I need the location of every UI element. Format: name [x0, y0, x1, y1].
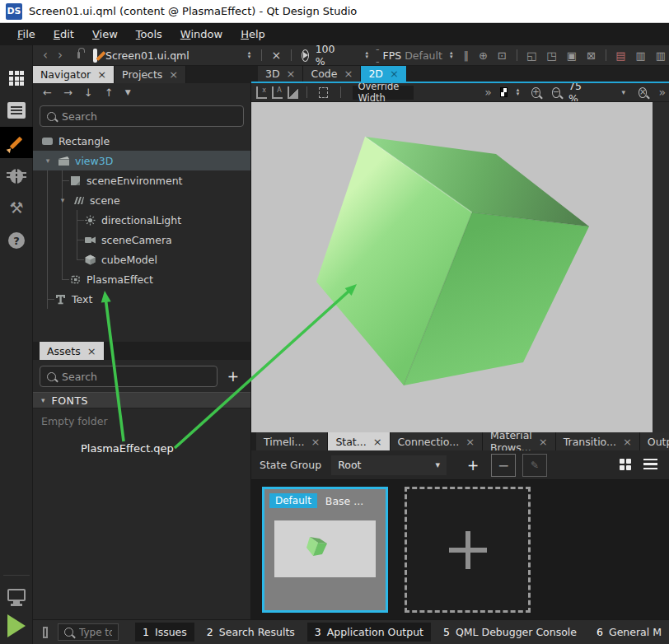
tab-connections[interactable]: Connectio... ×	[391, 432, 483, 450]
canvas-zoom-label[interactable]: 75 %	[568, 83, 587, 102]
navigator-search-input[interactable]	[62, 110, 236, 123]
assets-search[interactable]	[40, 366, 218, 387]
default-state-badge[interactable]: Default	[269, 493, 317, 508]
tab-3d[interactable]: 3D ×	[258, 66, 303, 82]
close-icon[interactable]: ×	[344, 68, 353, 80]
menu-window[interactable]: Window	[171, 25, 232, 44]
list-view-icon[interactable]	[643, 459, 657, 471]
bounding-rect-icon[interactable]: ▣	[564, 49, 580, 62]
transform-tool-icon[interactable]: ⊕	[475, 49, 491, 62]
expander-icon[interactable]: ▾	[43, 156, 53, 165]
pane-search-results[interactable]: 2 Search Results	[199, 623, 302, 642]
tree-item-sceneenvironment[interactable]: sceneEnvironment	[33, 170, 250, 190]
extract-component-icon[interactable]: ◳	[543, 49, 559, 62]
add-state-tile[interactable]	[405, 487, 531, 613]
lock-icon[interactable]	[77, 52, 80, 58]
no-snapping-icon[interactable]: x	[256, 86, 267, 99]
debug-mode-button[interactable]	[0, 162, 33, 190]
close-icon[interactable]: ×	[97, 68, 106, 81]
home-grid-icon[interactable]	[0, 64, 33, 92]
tab-output[interactable]: Outp... ×	[640, 432, 669, 450]
canvas-spinner[interactable]: ▴▾	[512, 88, 524, 96]
zoom-spinner[interactable]: ▴▾	[362, 51, 373, 59]
help-button[interactable]: ?	[0, 226, 33, 254]
menu-file[interactable]: File	[8, 25, 44, 44]
close-icon[interactable]: ×	[169, 68, 178, 81]
close-icon[interactable]: ×	[287, 68, 296, 80]
create-component-icon[interactable]: ◱	[523, 49, 540, 62]
close-icon[interactable]: ×	[465, 436, 475, 448]
tab-2d[interactable]: 2D ×	[361, 66, 406, 82]
background-checker-icon[interactable]	[500, 87, 508, 97]
tab-assets[interactable]: Assets ×	[40, 342, 105, 360]
close-icon[interactable]: ×	[539, 436, 548, 448]
history-back-button[interactable]: ‹	[40, 48, 51, 63]
tree-item-scene[interactable]: ▾ scene	[33, 190, 250, 210]
close-icon[interactable]: ×	[373, 436, 382, 448]
close-icon[interactable]: ×	[623, 436, 632, 448]
stack-list-icon[interactable]: ▥	[632, 49, 648, 62]
expander-icon[interactable]: ▾	[58, 196, 68, 204]
overflow-chevron-2[interactable]: »	[655, 86, 669, 99]
navigator-search[interactable]	[40, 105, 244, 127]
tab-navigator[interactable]: Navigator ×	[33, 66, 115, 83]
tree-item-scenecamera[interactable]: sceneCamera	[33, 230, 250, 250]
pane-qml-debugger[interactable]: 5 QML Debugger Console	[436, 623, 584, 642]
move-forward-icon[interactable]: →	[63, 86, 73, 99]
design-canvas[interactable]	[251, 102, 653, 432]
run-zoom-icon[interactable]	[302, 49, 309, 62]
state-card-base[interactable]: Default Base ...	[262, 487, 388, 613]
menu-view[interactable]: View	[83, 25, 127, 44]
move-up-icon[interactable]: ↑	[105, 86, 114, 99]
toggle-panel-icon[interactable]	[43, 627, 48, 638]
override-width-field[interactable]: Override Width	[353, 86, 414, 100]
fps-spinner[interactable]: ▴▾	[446, 51, 457, 59]
tab-code[interactable]: Code ×	[303, 66, 361, 82]
run-project-button[interactable]	[0, 612, 33, 640]
zoom-in-icon[interactable]: +	[531, 87, 540, 98]
tab-states[interactable]: Stat... ×	[328, 432, 390, 450]
move-down-icon[interactable]: ↓	[84, 86, 93, 99]
tree-item-cubemodel[interactable]: cubeModel	[33, 250, 250, 269]
menu-tools[interactable]: Tools	[127, 25, 171, 44]
rename-state-group-button[interactable]: ✎	[522, 454, 547, 477]
snap-anchors-icon[interactable]: A	[272, 86, 283, 99]
zoom-out-icon[interactable]: −	[552, 87, 560, 98]
close-file-button[interactable]: ×	[269, 49, 285, 62]
fonts-section-header[interactable]: ▾ FONTS	[33, 392, 250, 408]
pane-issues[interactable]: 1 Issues	[135, 623, 194, 642]
tab-transitions[interactable]: Transitio... ×	[556, 432, 640, 450]
stack-list-icon-2[interactable]: ▥	[653, 49, 669, 62]
menu-help[interactable]: Help	[232, 25, 274, 44]
zoom-fit-icon[interactable]: ×	[639, 87, 647, 98]
edit-document-icon[interactable]	[93, 49, 97, 63]
live-preview-button[interactable]	[0, 581, 33, 609]
tools-mode-button[interactable]: ⚒	[0, 194, 33, 222]
pane-general[interactable]: 6 General M	[589, 623, 669, 642]
zoom-dropdown-icon[interactable]: ▾	[621, 88, 625, 96]
locator-input[interactable]	[79, 627, 112, 638]
file-spinner[interactable]: ▴▾	[244, 51, 255, 59]
snap-fill-icon[interactable]	[288, 86, 298, 99]
state-group-combobox[interactable]: Root ▾	[331, 455, 447, 475]
component-error-icon[interactable]: ⊠	[583, 49, 599, 62]
menu-edit[interactable]: Edit	[44, 25, 83, 44]
locator[interactable]	[58, 623, 119, 641]
tree-item-rectangle[interactable]: Rectangle	[33, 131, 250, 151]
tree-item-plasmaeffect[interactable]: PlasmaEffect	[33, 269, 250, 289]
pane-application-output[interactable]: 3 Application Output	[307, 623, 431, 642]
assets-search-input[interactable]	[62, 371, 210, 383]
tree-item-text[interactable]: Text	[33, 289, 250, 309]
close-icon[interactable]: ×	[311, 436, 320, 448]
current-file-label[interactable]: Screen01.ui.qml	[105, 49, 189, 62]
shortcut-hint-icon[interactable]: ▤	[612, 49, 629, 62]
add-asset-button[interactable]: +	[222, 368, 244, 385]
tab-material-browser[interactable]: Material Brows... ×	[483, 432, 556, 450]
filter-icon[interactable]: ▼	[125, 88, 131, 96]
tab-timeline[interactable]: Timeli... ×	[256, 432, 328, 450]
fps-value[interactable]: Default	[405, 49, 442, 62]
tree-item-view3d[interactable]: ▾ view3D	[33, 151, 250, 170]
thumbnail-view-icon[interactable]	[620, 459, 632, 471]
document-mode-icon[interactable]	[0, 96, 33, 124]
close-icon[interactable]: ×	[390, 68, 399, 80]
